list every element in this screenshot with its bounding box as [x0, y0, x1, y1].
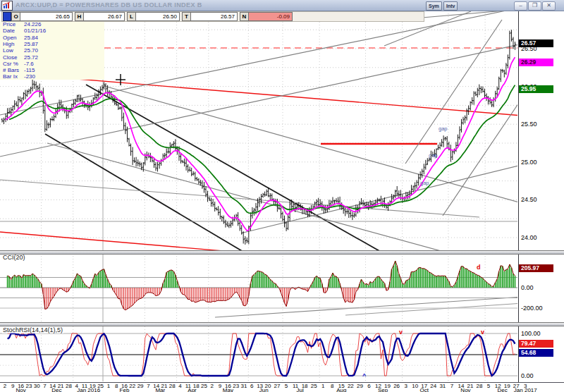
time-tick: 7: [43, 383, 46, 389]
data-window-row: Bar Ix-230: [3, 73, 35, 80]
quote-field-value-O: 26.65: [20, 12, 73, 21]
time-month-label: Apr: [188, 387, 196, 392]
data-window-row: Open25.84: [3, 35, 38, 41]
quote-field-value-L: 26.50: [135, 12, 180, 21]
quote-field-value-H: 26.67: [83, 12, 125, 21]
panel-splitter-cci[interactable]: [0, 250, 564, 255]
data-window-label: # Bars: [3, 67, 24, 73]
time-tick: 25: [201, 383, 207, 389]
data-window-label: Date: [3, 27, 24, 34]
time-month-label: Jan 2016: [77, 387, 100, 392]
time-month-label: Mar: [155, 387, 165, 392]
data-window-value: 01/21/16: [24, 27, 46, 34]
cci-axis-label: 0.00: [521, 284, 534, 291]
cci-panel-label: CCI(20): [2, 254, 26, 261]
gap-annotation: gap: [429, 152, 438, 159]
time-tick: 2: [211, 383, 214, 389]
price-badge: 26.57: [519, 39, 553, 47]
cci-annotation: d: [477, 264, 481, 271]
time-month-label: Nov: [460, 387, 470, 392]
restore-icon[interactable]: ❐: [528, 1, 541, 11]
data-window-label: Price: [3, 21, 24, 27]
data-window-value: 25.70: [24, 47, 38, 54]
symbol-button[interactable]: Sym: [426, 1, 442, 11]
time-tick: 29: [357, 383, 363, 389]
price-axis-label: 24.50: [521, 196, 537, 203]
time-tick: 23: [233, 383, 239, 389]
time-tick: 22: [129, 383, 135, 389]
time-tick: 28: [477, 383, 483, 389]
data-window-label: High: [3, 41, 24, 47]
time-month-label: May: [223, 387, 233, 392]
stoch-annotation: ^: [362, 372, 366, 379]
price-axis-label: 24.00: [521, 234, 537, 241]
time-tick: 27: [274, 383, 280, 389]
data-window-value: -7.6: [24, 61, 34, 67]
time-tick: 9: [219, 383, 221, 389]
time-tick: 31: [241, 383, 247, 389]
data-window-label: Csr %: [3, 61, 24, 67]
stoch-axis-label: 100.00: [521, 330, 541, 337]
time-month-label: Jun: [259, 387, 269, 392]
time-tick: 6: [367, 383, 370, 389]
data-window-label: Open: [3, 35, 24, 41]
app-chart-icon: [1, 1, 13, 11]
data-window-value: 25.84: [24, 35, 38, 41]
data-window-label: Low: [3, 47, 24, 54]
quote-field-value-N: -0.09: [248, 12, 293, 21]
data-window-value: -115: [24, 67, 35, 73]
time-tick: 1: [107, 383, 110, 389]
time-month-label: Dec: [498, 387, 508, 392]
time-month-label: Feb: [120, 387, 130, 392]
time-tick: 8: [115, 383, 118, 389]
time-tick: 26: [393, 383, 400, 389]
time-month-label: Jul: [296, 387, 303, 392]
time-tick: 25: [311, 383, 317, 389]
quote-field-value-T: 26.57: [190, 12, 238, 21]
time-tick: 28: [66, 383, 72, 389]
time-tick: 3: [404, 383, 407, 389]
data-window-row: Close25.72: [3, 54, 38, 61]
data-window-value: 24.226: [24, 21, 41, 27]
time-tick: 28: [169, 383, 176, 389]
price-axis-label: 25.50: [521, 121, 537, 128]
data-window-row: Price24.226: [3, 21, 41, 27]
time-axis[interactable]: 2916233071421284111925181622297142128411…: [0, 382, 564, 392]
stoch-annotation: v: [399, 329, 403, 336]
time-tick: 7: [147, 383, 149, 389]
time-tick: 6: [250, 383, 253, 389]
time-tick: 31: [439, 383, 446, 389]
data-window-label: Close: [3, 54, 24, 61]
data-window-row: Date01/21/16: [3, 27, 46, 34]
time-tick: 8: [331, 383, 333, 389]
data-window-value: 25.72: [24, 54, 38, 61]
time-tick: 1: [321, 383, 324, 389]
window-titlebar[interactable]: ARCX:UUP,D = POWERSHARES DB US DOLLAR IN…: [0, 0, 564, 11]
panel-splitter-stochrsi[interactable]: [0, 322, 564, 326]
stochrsi-panel-label: StochRSI(14,14(1),5): [2, 326, 63, 333]
time-tick: 30: [34, 383, 40, 389]
interval-button[interactable]: Intv: [443, 1, 458, 11]
data-window-row: # Bars-115: [3, 67, 35, 73]
time-tick: 23: [25, 383, 32, 389]
close-icon[interactable]: ✕: [542, 1, 556, 11]
gap-annotation: gap: [420, 180, 429, 186]
data-window-label: Bar Ix: [3, 73, 24, 80]
stoch-axis-label: 0.00: [521, 372, 534, 379]
time-tick: 5: [487, 383, 490, 389]
time-tick: 7: [450, 383, 453, 389]
data-window-row: High25.87: [3, 41, 38, 47]
stoch-value-badge: 79.47: [519, 340, 553, 348]
minimize-icon[interactable]: –: [514, 1, 527, 11]
cursor-data-window: Price24.226Date01/21/16Open25.84High25.8…: [0, 20, 104, 80]
time-tick: 22: [348, 383, 354, 389]
price-badge: 25.95: [519, 85, 553, 93]
time-tick: 29: [137, 383, 144, 389]
time-month-label: Nov: [16, 387, 25, 392]
data-window-value: -230: [24, 73, 35, 80]
time-month-label: Aug: [336, 387, 346, 392]
time-tick: 5: [285, 383, 288, 389]
stoch-value-badge: 54.68: [519, 349, 553, 357]
chart-window: ARCX:UUP,D = POWERSHARES DB US DOLLAR IN…: [0, 0, 564, 392]
time-tick: 2: [4, 383, 6, 389]
